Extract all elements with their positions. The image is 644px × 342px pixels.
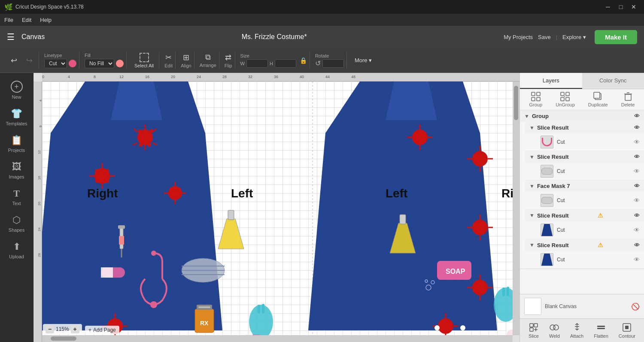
sidebar-item-images[interactable]: 🖼 Images: [2, 158, 32, 183]
weld-button[interactable]: Weld: [549, 322, 560, 339]
linetype-select[interactable]: Cut: [44, 59, 67, 68]
slice-result-4-header[interactable]: ▼ Slice Result ⚠ 👁: [525, 239, 644, 251]
linetype-section: Linetype Cut: [42, 52, 79, 69]
zoom-out-button[interactable]: −: [46, 325, 54, 333]
tab-layers[interactable]: Layers: [520, 73, 582, 89]
cut4-item[interactable]: Cut 👁: [525, 221, 644, 239]
duplicate-button[interactable]: Duplicate: [588, 92, 608, 107]
ruler-vertical: 4 8 12 16 20 24 28: [33, 82, 42, 342]
make-it-button[interactable]: Make It: [595, 30, 637, 44]
fill-select[interactable]: No Fill: [85, 59, 114, 68]
sidebar-item-new[interactable]: + New: [2, 77, 32, 103]
group-visibility-icon[interactable]: 👁: [634, 113, 640, 119]
explore-button[interactable]: Explore▾: [562, 34, 586, 40]
canvas-content[interactable]: Right Left: [42, 82, 513, 335]
slice-result-1-header[interactable]: ▼ Slice Result 👁: [525, 122, 644, 133]
sidebar-item-upload[interactable]: ⬆ Upload: [2, 238, 32, 263]
main-content: + New 👕 Templates 📋 Projects 🖼 Images T …: [0, 73, 644, 342]
sidebar-item-projects[interactable]: 📋 Projects: [2, 131, 32, 156]
slice3-visibility-icon[interactable]: 👁: [634, 212, 640, 219]
slice4-visibility-icon[interactable]: 👁: [634, 242, 640, 248]
close-button[interactable]: ✕: [628, 1, 640, 13]
rotate-input[interactable]: [322, 59, 344, 68]
scrollbar-vertical[interactable]: [513, 82, 519, 335]
slice-result-3-header[interactable]: ▼ Slice Result ⚠ 👁: [525, 209, 644, 221]
undo-redo-section: ↩ ↪: [4, 52, 39, 69]
zoom-in-button[interactable]: +: [71, 325, 79, 333]
scrollbar-horizontal-thumb[interactable]: [51, 336, 76, 341]
svg-point-114: [460, 325, 465, 330]
sidebar-item-text[interactable]: T Text: [2, 185, 32, 209]
layers-list[interactable]: ▼ Group 👁 ▼ Slice Result 👁 C: [520, 110, 644, 294]
slice1-visibility-icon[interactable]: 👁: [634, 124, 640, 131]
my-projects-link[interactable]: My Projects: [504, 34, 533, 40]
svg-rect-128: [594, 92, 600, 98]
cut3-item[interactable]: Cut 👁: [525, 192, 644, 209]
menu-help[interactable]: Help: [40, 17, 52, 23]
left-sidebar: + New 👕 Templates 📋 Projects 🖼 Images T …: [0, 73, 33, 342]
scrollbar-horizontal[interactable]: [42, 335, 513, 342]
canvas-area[interactable]: 0 4 8 12 16 20 24 28 32 36 40 44 48 4 8 …: [33, 73, 519, 342]
cut1-visibility-icon[interactable]: 👁: [634, 139, 640, 145]
slice-button[interactable]: Slice: [529, 322, 539, 339]
rotate-reset-icon[interactable]: ↺: [315, 59, 321, 67]
face-mask-visibility-icon[interactable]: 👁: [634, 183, 640, 189]
delete-button[interactable]: Delete: [621, 92, 635, 107]
attach-button[interactable]: Attach: [570, 322, 583, 339]
cut1-label: Cut: [557, 139, 630, 145]
undo-button[interactable]: ↩: [7, 54, 21, 67]
ungroup-button[interactable]: UnGroup: [556, 92, 575, 107]
cut4-label: Cut: [557, 227, 630, 233]
new-icon: +: [11, 81, 23, 93]
linetype-color-swatch[interactable]: [69, 60, 76, 67]
hamburger-menu-icon[interactable]: ☰: [7, 32, 15, 42]
menu-edit[interactable]: Edit: [22, 17, 31, 23]
minimize-button[interactable]: ─: [602, 1, 614, 13]
svg-marker-68: [386, 82, 437, 120]
more-button[interactable]: More ▾: [352, 57, 374, 64]
add-page-button[interactable]: + Add Page: [85, 326, 119, 334]
group-header[interactable]: ▼ Group 👁: [520, 110, 644, 122]
flatten-button[interactable]: Flatten: [594, 322, 608, 339]
cut3-visibility-icon[interactable]: 👁: [634, 197, 640, 204]
fill-color-swatch[interactable]: [116, 60, 124, 67]
sidebar-item-templates[interactable]: 👕 Templates: [2, 105, 32, 130]
svg-point-86: [472, 280, 488, 295]
menu-file[interactable]: File: [4, 17, 13, 23]
slice-result-3-container: ▼ Slice Result ⚠ 👁 Cut 👁: [520, 209, 644, 239]
svg-rect-115: [461, 330, 465, 335]
save-button[interactable]: Save: [538, 34, 551, 40]
contour-button[interactable]: Contour: [619, 322, 635, 339]
maximize-button[interactable]: □: [615, 1, 627, 13]
project-title: Ms. Frizzle Costume*: [45, 33, 504, 41]
cut2-visibility-icon[interactable]: 👁: [634, 168, 640, 175]
arrange-icon[interactable]: ⧉: [205, 53, 211, 62]
size-h-input[interactable]: [275, 59, 296, 68]
new-label: New: [12, 94, 21, 100]
rotate-label: Rotate: [315, 53, 344, 58]
cut4-visibility-icon[interactable]: 👁: [634, 227, 640, 233]
scrollbar-vertical-thumb[interactable]: [514, 86, 518, 120]
face-mask-header[interactable]: ▼ Face Mask 7 👁: [525, 180, 644, 192]
sidebar-item-shapes[interactable]: ⬡ Shapes: [2, 211, 32, 236]
w-label: W: [240, 61, 245, 66]
blank-canvas-visibility-icon[interactable]: 🚫: [631, 303, 640, 311]
flip-icon[interactable]: ⇄: [225, 53, 231, 62]
face-mask-label: Face Mask 7: [537, 183, 570, 189]
svg-text:Righ: Righ: [501, 187, 513, 200]
size-w-input[interactable]: [246, 59, 268, 68]
redo-button[interactable]: ↪: [22, 54, 36, 67]
cut5-item[interactable]: Cut 👁: [525, 251, 644, 269]
slice2-visibility-icon[interactable]: 👁: [634, 154, 640, 160]
tab-color-sync[interactable]: Color Sync: [582, 73, 644, 89]
align-icon[interactable]: ⊞: [183, 53, 189, 62]
select-all-button[interactable]: Select All: [132, 52, 156, 69]
svg-point-138: [553, 325, 559, 330]
group-button[interactable]: Group: [529, 92, 543, 107]
slice-result-2-header[interactable]: ▼ Slice Result 👁: [525, 151, 644, 163]
cut2-item[interactable]: Cut 👁: [525, 163, 644, 180]
edit-icon[interactable]: ✂: [165, 53, 172, 62]
cut5-visibility-icon[interactable]: 👁: [634, 256, 640, 263]
lock-icon[interactable]: 🔒: [300, 57, 307, 64]
cut1-item[interactable]: Cut 👁: [525, 133, 644, 151]
